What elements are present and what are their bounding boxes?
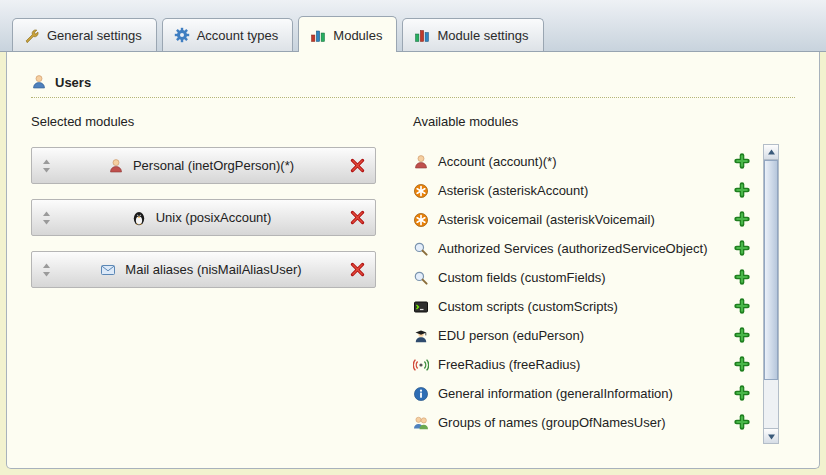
available-modules-heading: Available modules xyxy=(413,114,763,129)
available-module-row: Groups of names (groupOfNamesUser) xyxy=(413,408,763,437)
available-module-row: Custom fields (customFields) xyxy=(413,263,763,292)
selected-module-label: Unix (posixAccount) xyxy=(156,210,272,225)
add-module-button[interactable] xyxy=(734,182,751,199)
add-icon xyxy=(734,414,750,431)
delete-icon xyxy=(349,157,366,174)
add-icon xyxy=(734,182,750,199)
scroll-down-icon xyxy=(767,432,776,441)
drag-icon[interactable] xyxy=(41,159,53,173)
selected-module-row[interactable]: Mail aliases (nisMailAliasUser) xyxy=(31,251,376,288)
available-module-row: Account (account)(*) xyxy=(413,147,763,176)
tools-icon xyxy=(24,27,40,43)
tab-bar: General settings Account types Modules M… xyxy=(0,0,826,52)
available-module-label: Groups of names (groupOfNamesUser) xyxy=(438,415,734,430)
add-module-button[interactable] xyxy=(734,153,751,170)
tab-module-settings[interactable]: Module settings xyxy=(402,18,543,51)
available-module-row: Asterisk (asteriskAccount) xyxy=(413,176,763,205)
tab-label: General settings xyxy=(47,28,142,43)
add-icon xyxy=(734,211,750,228)
add-module-button[interactable] xyxy=(734,269,751,286)
available-module-label: Account (account)(*) xyxy=(438,154,734,169)
selected-module-row[interactable]: Unix (posixAccount) xyxy=(31,199,376,236)
add-module-button[interactable] xyxy=(734,298,751,315)
gear-icon xyxy=(174,27,190,43)
add-icon xyxy=(734,385,750,402)
person-icon xyxy=(108,158,124,174)
add-icon xyxy=(734,327,750,344)
section-title: Users xyxy=(55,75,91,90)
available-module-label: Asterisk (asteriskAccount) xyxy=(438,183,734,198)
drag-icon[interactable] xyxy=(41,211,53,225)
delete-icon xyxy=(349,209,366,226)
script-icon xyxy=(413,299,429,315)
available-module-row: Authorized Services (authorizedServiceOb… xyxy=(413,234,763,263)
add-module-button[interactable] xyxy=(734,240,751,257)
add-icon xyxy=(734,298,750,315)
available-modules-list: Account (account)(*)Asterisk (asteriskAc… xyxy=(413,147,763,437)
selected-module-label: Mail aliases (nisMailAliasUser) xyxy=(125,262,301,277)
info-icon xyxy=(413,386,429,402)
selected-module-row[interactable]: Personal (inetOrgPerson)(*) xyxy=(31,147,376,184)
available-module-label: General information (generalInformation) xyxy=(438,386,734,401)
add-module-button[interactable] xyxy=(734,414,751,431)
tab-label: Module settings xyxy=(437,28,528,43)
available-module-row: General information (generalInformation) xyxy=(413,379,763,408)
tab-account-types[interactable]: Account types xyxy=(162,18,294,51)
remove-module-button[interactable] xyxy=(349,261,366,278)
add-module-button[interactable] xyxy=(734,385,751,402)
remove-module-button[interactable] xyxy=(349,157,366,174)
available-module-row: EDU person (eduPerson) xyxy=(413,321,763,350)
edu-icon xyxy=(413,328,429,344)
tab-label: Account types xyxy=(197,28,279,43)
mail-icon xyxy=(100,262,116,278)
radius-icon xyxy=(413,357,429,373)
penguin-icon xyxy=(131,210,147,226)
available-module-label: FreeRadius (freeRadius) xyxy=(438,357,734,372)
available-module-label: Custom scripts (customScripts) xyxy=(438,299,734,314)
tab-general-settings[interactable]: General settings xyxy=(12,18,157,51)
available-module-row: Asterisk voicemail (asteriskVoicemail) xyxy=(413,205,763,234)
user-icon xyxy=(31,74,47,90)
asterisk-icon xyxy=(413,212,429,228)
selected-module-label: Personal (inetOrgPerson)(*) xyxy=(133,158,294,173)
add-icon xyxy=(734,269,750,286)
tab-label: Modules xyxy=(333,28,382,43)
scroll-down-button[interactable] xyxy=(764,428,778,443)
section-users: Users xyxy=(31,74,795,98)
add-module-button[interactable] xyxy=(734,211,751,228)
available-module-row: FreeRadius (freeRadius) xyxy=(413,350,763,379)
modules-icon xyxy=(310,27,326,43)
modules-panel: Users Selected modules Personal (inetOrg… xyxy=(6,52,820,469)
add-icon xyxy=(734,153,750,170)
add-module-button[interactable] xyxy=(734,327,751,344)
asterisk-icon xyxy=(413,183,429,199)
add-icon xyxy=(734,240,750,257)
available-module-label: Authorized Services (authorizedServiceOb… xyxy=(438,241,734,256)
tab-modules[interactable]: Modules xyxy=(298,16,397,52)
add-module-button[interactable] xyxy=(734,356,751,373)
person-icon xyxy=(413,154,429,170)
available-modules-scrollbar[interactable] xyxy=(763,144,779,444)
magnifier-icon xyxy=(413,270,429,286)
scrollbar-track[interactable] xyxy=(764,160,778,428)
selected-modules-list: Personal (inetOrgPerson)(*)Unix (posixAc… xyxy=(31,147,413,288)
magnifier-icon xyxy=(413,241,429,257)
selected-modules-heading: Selected modules xyxy=(31,114,413,129)
available-module-label: Asterisk voicemail (asteriskVoicemail) xyxy=(438,212,734,227)
available-module-label: EDU person (eduPerson) xyxy=(438,328,734,343)
scroll-up-button[interactable] xyxy=(764,145,778,160)
drag-icon[interactable] xyxy=(41,263,53,277)
scroll-up-icon xyxy=(767,148,776,157)
available-module-row: Custom scripts (customScripts) xyxy=(413,292,763,321)
module-settings-icon xyxy=(414,27,430,43)
group-icon xyxy=(413,415,429,431)
add-icon xyxy=(734,356,750,373)
scrollbar-thumb[interactable] xyxy=(764,160,778,380)
remove-module-button[interactable] xyxy=(349,209,366,226)
available-module-label: Custom fields (customFields) xyxy=(438,270,734,285)
delete-icon xyxy=(349,261,366,278)
